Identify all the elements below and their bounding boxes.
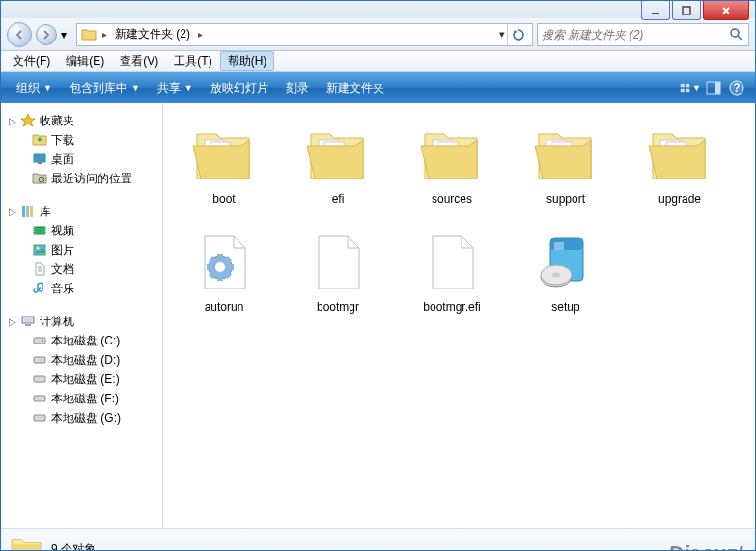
svg-rect-5 — [681, 89, 685, 92]
file-icon — [418, 229, 486, 298]
music-icon — [32, 281, 47, 296]
svg-rect-11 — [34, 154, 45, 162]
file-label: efi — [332, 190, 345, 206]
chevron-right-icon: ▸ — [100, 29, 109, 40]
drive-icon — [32, 391, 47, 406]
svg-rect-26 — [34, 396, 45, 401]
file-label: setup — [551, 298, 579, 314]
file-item-setup[interactable]: setup — [513, 225, 619, 329]
organize-button[interactable]: 组织▼ — [9, 76, 60, 100]
search-icon[interactable] — [729, 27, 744, 42]
search-box[interactable] — [537, 23, 749, 46]
sidebar-drive-g[interactable]: 本地磁盘 (G:) — [1, 408, 162, 427]
maximize-button[interactable] — [672, 1, 701, 20]
forward-button[interactable] — [36, 24, 57, 45]
svg-rect-20 — [22, 317, 34, 323]
share-button[interactable]: 共享▼ — [150, 76, 201, 100]
svg-rect-21 — [25, 324, 31, 326]
folder-open-icon — [304, 121, 372, 190]
help-button[interactable]: ? — [726, 77, 747, 98]
sidebar-pictures[interactable]: 图片 — [1, 240, 162, 260]
status-bar: 9 个对象 Discuz! — [1, 528, 755, 551]
library-icon — [20, 204, 36, 219]
file-label: bootmgr — [317, 298, 359, 314]
svg-rect-3 — [681, 84, 685, 87]
file-item-efi[interactable]: efi — [285, 117, 391, 221]
collapse-icon[interactable]: ▷ — [9, 317, 20, 327]
chevron-right-icon: ▸ — [196, 29, 205, 40]
sidebar-drive-e[interactable]: 本地磁盘 (E:) — [1, 370, 162, 389]
file-label: sources — [432, 190, 472, 206]
installer-icon — [532, 229, 600, 298]
sidebar-documents[interactable]: 文档 — [1, 260, 162, 279]
menu-view[interactable]: 查看(V) — [112, 51, 166, 71]
sidebar-drive-d[interactable]: 本地磁盘 (D:) — [1, 350, 162, 370]
favorites-root[interactable]: ▷ 收藏夹 — [1, 111, 162, 130]
file-label: boot — [212, 190, 235, 206]
folder-open-icon — [532, 121, 600, 190]
title-bar — [1, 1, 755, 18]
sidebar-drive-f[interactable]: 本地磁盘 (F:) — [1, 389, 162, 408]
drive-icon — [32, 352, 47, 368]
star-icon — [20, 113, 36, 128]
svg-rect-25 — [34, 376, 45, 382]
desktop-icon — [32, 152, 47, 167]
svg-rect-18 — [34, 245, 45, 255]
svg-rect-17 — [34, 227, 45, 234]
menu-help[interactable]: 帮助(H) — [220, 51, 275, 71]
slideshow-button[interactable]: 放映幻灯片 — [203, 76, 276, 100]
sidebar-downloads[interactable]: 下载 — [1, 130, 162, 150]
computer-icon — [20, 314, 36, 329]
computer-root[interactable]: ▷ 计算机 — [1, 312, 162, 331]
search-input[interactable] — [542, 28, 729, 41]
svg-rect-16 — [30, 206, 33, 217]
view-options-button[interactable]: ▼ — [680, 77, 701, 98]
burn-button[interactable]: 刻录 — [278, 76, 317, 100]
window-controls — [641, 1, 749, 20]
folder-icon — [81, 27, 97, 42]
breadcrumb[interactable]: ▸ 新建文件夹 (2) ▸ ▾ — [76, 23, 533, 46]
sidebar-drive-c[interactable]: 本地磁盘 (C:) — [1, 331, 162, 350]
drive-icon — [32, 410, 47, 426]
documents-icon — [32, 262, 47, 277]
sidebar-recent[interactable]: 最近访问的位置 — [1, 169, 162, 188]
svg-rect-27 — [34, 415, 45, 421]
tree-favorites: ▷ 收藏夹 下载 桌面 最近访问的位置 — [1, 111, 162, 188]
file-item-autorun[interactable]: autorun — [171, 225, 277, 329]
back-button[interactable] — [7, 22, 32, 47]
svg-rect-8 — [715, 82, 720, 94]
file-list[interactable]: boot efi sources support upgrade autorun… — [163, 103, 755, 528]
tree-libraries: ▷ 库 视频 图片 文档 音乐 — [1, 202, 162, 298]
newfolder-button[interactable]: 新建文件夹 — [319, 76, 392, 100]
file-item-boot[interactable]: boot — [171, 117, 277, 221]
include-button[interactable]: 包含到库中▼ — [62, 76, 148, 100]
breadcrumb-dropdown-icon[interactable]: ▾ — [497, 28, 507, 41]
sidebar-videos[interactable]: 视频 — [1, 221, 162, 240]
sidebar-desktop[interactable]: 桌面 — [1, 150, 162, 169]
menu-file[interactable]: 文件(F) — [5, 51, 58, 71]
nav-bar: ▾ ▸ 新建文件夹 (2) ▸ ▾ — [1, 18, 755, 51]
file-item-upgrade[interactable]: upgrade — [627, 117, 733, 221]
file-item-bootmgr.efi[interactable]: bootmgr.efi — [399, 225, 505, 329]
nav-history-dropdown[interactable]: ▾ — [61, 28, 72, 41]
sidebar-music[interactable]: 音乐 — [1, 279, 162, 298]
file-item-bootmgr[interactable]: bootmgr — [285, 225, 391, 329]
svg-point-19 — [37, 247, 40, 250]
refresh-button[interactable] — [507, 24, 528, 45]
close-button[interactable] — [703, 1, 749, 20]
menu-tools[interactable]: 工具(T) — [166, 51, 219, 71]
breadcrumb-segment[interactable]: 新建文件夹 (2) — [109, 24, 196, 45]
preview-pane-button[interactable] — [703, 77, 724, 98]
file-item-sources[interactable]: sources — [399, 117, 505, 221]
minimize-button[interactable] — [641, 1, 670, 20]
collapse-icon[interactable]: ▷ — [9, 207, 20, 217]
libraries-root[interactable]: ▷ 库 — [1, 202, 162, 221]
status-count: 9 个对象 — [51, 541, 96, 551]
menu-edit[interactable]: 编辑(E) — [58, 51, 112, 71]
svg-rect-12 — [38, 162, 42, 164]
drive-icon — [32, 372, 47, 387]
file-item-support[interactable]: support — [513, 117, 619, 221]
file-label: upgrade — [658, 190, 701, 206]
svg-rect-22 — [34, 338, 45, 344]
collapse-icon[interactable]: ▷ — [9, 116, 20, 126]
